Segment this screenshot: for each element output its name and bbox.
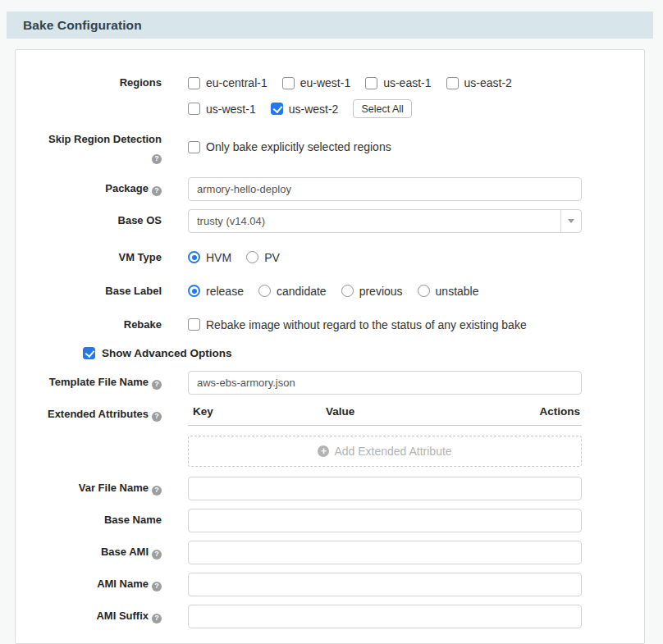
region-option-eu-central-1[interactable]: eu-central-1 — [188, 74, 267, 92]
region-option-us-west-2[interactable]: us-west-2 — [271, 100, 339, 118]
region-checkbox-us-east-1[interactable] — [365, 77, 377, 89]
base-label-radio-candidate[interactable] — [258, 285, 271, 297]
show-advanced-options-checkbox[interactable] — [83, 347, 95, 359]
ami-suffix-label: AMI Suffix? — [28, 605, 162, 628]
chevron-down-icon — [568, 219, 574, 223]
region-option-label: us-west-2 — [289, 100, 339, 118]
region-option-label: eu-central-1 — [206, 74, 267, 92]
package-row: Package? — [28, 177, 632, 201]
region-checkbox-eu-central-1[interactable] — [188, 77, 200, 89]
base-label-label: Base Label — [28, 280, 162, 300]
base-ami-input[interactable] — [188, 541, 582, 564]
rebake-option-label: Rebake image without regard to the statu… — [206, 316, 527, 334]
rebake-checkbox[interactable] — [188, 318, 200, 331]
regions-label: Regions — [28, 71, 162, 118]
vm-type-radio-hvm[interactable] — [188, 251, 200, 263]
help-icon[interactable]: ? — [152, 412, 162, 422]
template-file-name-input[interactable] — [188, 371, 582, 395]
rebake-option[interactable]: Rebake image without regard to the statu… — [188, 316, 527, 334]
region-checkbox-eu-west-1[interactable] — [282, 77, 295, 89]
region-option-us-east-1[interactable]: us-east-1 — [365, 74, 431, 92]
add-extended-attribute-button[interactable]: + Add Extended Attribute — [188, 436, 582, 467]
region-option-label: us-east-2 — [464, 74, 512, 92]
var-file-name-input[interactable] — [188, 477, 582, 500]
column-header-value: Value — [326, 405, 516, 418]
var-file-name-label: Var File Name? — [28, 477, 162, 500]
region-option-us-west-1[interactable]: us-west-1 — [188, 100, 256, 118]
help-icon[interactable]: ? — [152, 186, 162, 196]
ami-name-row: AMI Name? — [28, 573, 632, 596]
skip-region-detection-checkbox[interactable] — [188, 141, 200, 153]
package-label: Package? — [28, 177, 162, 201]
regions-options: eu-central-1 eu-west-1 us-east-1 us-east… — [188, 71, 582, 118]
vm-type-option-label: PV — [264, 249, 280, 267]
ami-name-input[interactable] — [188, 573, 582, 596]
base-label-radio-release[interactable] — [188, 285, 200, 297]
var-file-name-row: Var File Name? — [28, 477, 632, 500]
skip-region-detection-label: Skip Region Detection ? — [28, 128, 162, 164]
vm-type-option-pv[interactable]: PV — [246, 249, 280, 267]
ami-suffix-row: AMI Suffix? — [28, 605, 632, 628]
base-label-radio-previous[interactable] — [341, 285, 354, 297]
skip-region-detection-row: Skip Region Detection ? Only bake explic… — [28, 128, 632, 164]
page-title: Bake Configuration — [23, 18, 142, 33]
base-label-radio-unstable[interactable] — [418, 285, 430, 297]
region-option-label: eu-west-1 — [300, 74, 350, 92]
vm-type-option-hvm[interactable]: HVM — [188, 249, 231, 267]
package-input[interactable] — [188, 177, 582, 201]
base-label-option-label: release — [206, 282, 244, 300]
base-label-option-label: unstable — [436, 282, 479, 300]
help-icon[interactable]: ? — [152, 582, 162, 591]
region-option-eu-west-1[interactable]: eu-west-1 — [282, 74, 350, 92]
help-icon[interactable]: ? — [152, 380, 162, 390]
region-option-label: us-east-1 — [383, 74, 431, 92]
base-label-option-candidate[interactable]: candidate — [258, 282, 327, 300]
rebake-row: Rebake Rebake image without regard to th… — [28, 313, 632, 334]
ami-name-label: AMI Name? — [28, 573, 162, 596]
region-checkbox-us-west-1[interactable] — [188, 103, 200, 115]
help-icon[interactable]: ? — [152, 486, 162, 496]
vm-type-label: VM Type — [28, 246, 162, 267]
region-checkbox-us-east-2[interactable] — [446, 77, 459, 89]
extended-attributes-row: Extended Attributes? Key Value Actions +… — [28, 403, 632, 467]
rebake-label: Rebake — [28, 313, 162, 334]
help-icon[interactable]: ? — [152, 154, 162, 164]
base-os-row: Base OS trusty (v14.04) — [28, 209, 632, 233]
base-label-option-previous[interactable]: previous — [341, 282, 403, 300]
extended-attributes-label: Extended Attributes? — [28, 403, 162, 467]
help-icon[interactable]: ? — [152, 614, 162, 623]
base-name-input[interactable] — [188, 509, 582, 532]
select-caret-box[interactable] — [560, 210, 581, 232]
region-option-label: us-west-1 — [206, 100, 256, 118]
base-label-option-release[interactable]: release — [188, 282, 244, 300]
base-ami-label: Base AMI? — [28, 541, 162, 564]
bake-configuration-panel: Regions eu-central-1 eu-west-1 us-east-1… — [15, 49, 645, 644]
column-header-key: Key — [188, 405, 326, 418]
section-header: Bake Configuration — [7, 11, 653, 39]
vm-type-option-label: HVM — [206, 249, 231, 267]
base-label-option-unstable[interactable]: unstable — [418, 282, 479, 300]
template-file-name-row: Template File Name? — [28, 371, 632, 395]
region-checkbox-us-west-2[interactable] — [271, 103, 283, 115]
base-name-row: Base Name — [28, 509, 632, 532]
skip-region-detection-option[interactable]: Only bake explicitly selected regions — [188, 138, 391, 156]
base-os-label: Base OS — [28, 209, 162, 233]
base-os-selected-value: trusty (v14.04) — [189, 210, 560, 232]
base-label-option-label: candidate — [277, 282, 327, 300]
base-ami-row: Base AMI? — [28, 541, 632, 564]
region-option-us-east-2[interactable]: us-east-2 — [446, 74, 512, 92]
base-os-select[interactable]: trusty (v14.04) — [188, 209, 582, 233]
skip-region-detection-option-label: Only bake explicitly selected regions — [206, 138, 391, 156]
base-label-row: Base Label release candidate previous un… — [28, 280, 632, 300]
add-extended-attribute-label: Add Extended Attribute — [334, 445, 451, 458]
show-advanced-options-toggle[interactable]: Show Advanced Options — [83, 347, 632, 359]
ami-suffix-input[interactable] — [188, 605, 582, 628]
base-name-label: Base Name — [28, 509, 162, 532]
plus-circle-icon: + — [318, 445, 329, 457]
template-file-name-label: Template File Name? — [28, 371, 162, 395]
extended-attributes-table-header: Key Value Actions — [188, 403, 582, 426]
vm-type-radio-pv[interactable] — [246, 251, 258, 263]
select-all-button[interactable]: Select All — [353, 99, 411, 118]
help-icon[interactable]: ? — [152, 550, 162, 560]
vm-type-row: VM Type HVM PV — [28, 246, 632, 267]
